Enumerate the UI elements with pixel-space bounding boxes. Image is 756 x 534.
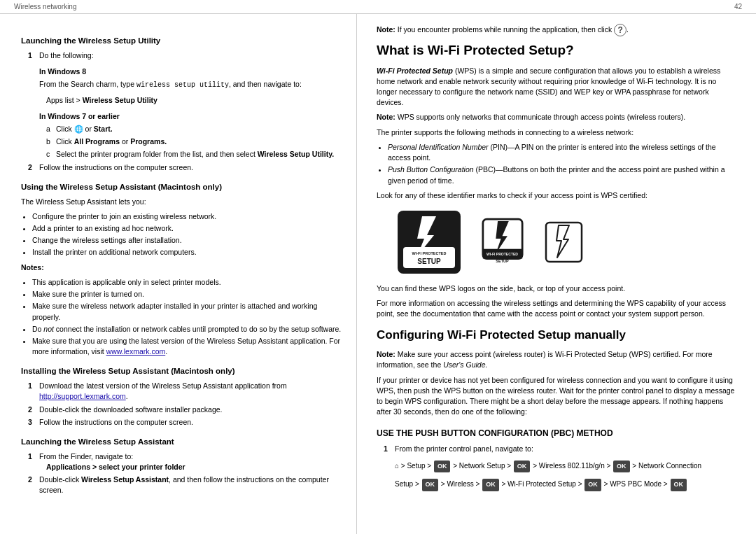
left-column: Launching the Wireless Setup Utility 1 D… <box>0 14 357 534</box>
page-container: Wireless networking 42 Launching the Wir… <box>0 0 756 534</box>
assistant-list: Configure the printer to join an existin… <box>32 211 342 258</box>
windows7-label: In Windows 7 or earlier <box>39 111 342 122</box>
ok-button-5: OK <box>482 479 499 491</box>
wps-logo-main: WI-FI PROTECTED SETUP <box>398 211 461 274</box>
pbc-section: 1 From the printer control panel, naviga… <box>384 444 735 491</box>
step-b: b Click All Programs or Programs. <box>46 136 342 147</box>
section2-heading: Using the Wireless Setup Assistant (Maci… <box>21 181 342 193</box>
header-left: Wireless networking <box>14 3 76 10</box>
question-icon: ? <box>614 24 626 36</box>
section4-heading: Launching the Wireless Setup Assistant <box>21 436 342 448</box>
install-step-2: 2 Double-click the downloaded software i… <box>28 405 342 415</box>
section1-heading: Launching the Wireless Setup Utility <box>21 35 342 47</box>
header-bar: Wireless networking 42 <box>0 0 756 14</box>
config-heading: Configuring Wi-Fi Protected Setup manual… <box>377 327 735 344</box>
content-area: Launching the Wireless Setup Utility 1 D… <box>0 14 756 534</box>
svg-text:SETUP: SETUP <box>417 258 441 265</box>
ok-button-3: OK <box>613 461 630 472</box>
right-column: Note: If you encounter problems while ru… <box>357 14 756 534</box>
header-right: 42 <box>734 3 742 10</box>
notes-list: This application is applicable only in s… <box>32 277 342 358</box>
ok-button-6: OK <box>584 479 601 491</box>
svg-rect-8 <box>546 223 582 262</box>
wps-logos: WI-FI PROTECTED SETUP WI-FI PROTECTED SE… <box>377 211 735 274</box>
svg-text:WI-FI PROTECTED: WI-FI PROTECTED <box>486 252 518 256</box>
step-a: a Click 🌐 or Start. <box>46 124 342 134</box>
wifi-para2: The printer supports the following metho… <box>377 127 735 138</box>
launch-step-1: 1 From the Finder, navigate to: Applicat… <box>28 451 342 472</box>
svg-text:SETUP: SETUP <box>496 259 509 263</box>
wifi-para4: You can find these WPS logos on the side… <box>377 283 735 294</box>
step-c: c Select the printer program folder from… <box>46 149 342 160</box>
install-step-1: 1 Download the latest version of the Wir… <box>28 381 342 402</box>
top-note: Note: If you encounter problems while ru… <box>377 24 735 36</box>
support-link[interactable]: http://support.lexmark.com <box>39 392 126 400</box>
step-1: 1 Do the following: <box>28 50 342 61</box>
svg-text:WI-FI PROTECTED: WI-FI PROTECTED <box>412 251 447 255</box>
wifi-heading: What is Wi-Fi Protected Setup? <box>377 41 735 60</box>
ok-button-4: OK <box>422 479 439 491</box>
wifi-methods: Personal Identification Number (PIN)—A P… <box>388 142 735 186</box>
ok-button-2: OK <box>514 461 531 472</box>
wifi-para3: Look for any of these identifier marks t… <box>377 190 735 201</box>
nav-path-1: ⌂ > Setup > OK > Network Setup > OK > Wi… <box>395 460 701 472</box>
wifi-note: Note: WPS supports only networks that co… <box>377 112 735 122</box>
install-step-3: 3 Follow the instructions on the compute… <box>28 417 342 428</box>
section3-heading: Installing the Wireless Setup Assistant … <box>21 365 342 377</box>
launch-step-2: 2 Double-click Wireless Setup Assistant,… <box>28 475 342 496</box>
pbc-heading: Use the Push Button Configuration (PBC) … <box>377 428 735 440</box>
step-2: 2 Follow the instructions on the compute… <box>28 162 342 173</box>
nav-path-2: Setup > OK > Wireless > OK > Wi-Fi Prote… <box>395 478 701 491</box>
pbc-step-1: 1 From the printer control panel, naviga… <box>384 444 735 491</box>
ok-button-7: OK <box>671 479 687 491</box>
lexmark-link[interactable]: www.lexmark.com <box>106 347 166 356</box>
windows8-label: In Windows 8 <box>39 66 342 77</box>
wifi-para5: For more information on accessing the wi… <box>377 298 735 319</box>
wps-logo-outline <box>545 221 583 263</box>
wps-logo-medium: WI-FI PROTECTED SETUP <box>482 218 524 267</box>
config-para: If your printer or device has not yet be… <box>377 375 735 418</box>
wifi-para1: Wi-Fi Protected Setup (WPS) is a simple … <box>377 66 735 108</box>
ok-button-1: OK <box>434 461 451 472</box>
config-note: Note: Make sure your access point (wirel… <box>377 349 735 370</box>
